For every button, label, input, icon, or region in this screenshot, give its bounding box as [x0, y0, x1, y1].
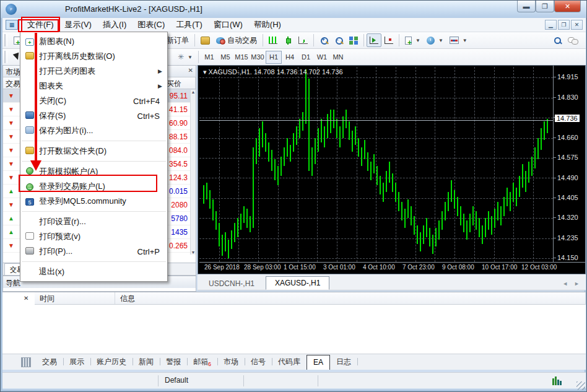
resize-grip[interactable] [576, 381, 585, 390]
price-bar [246, 209, 248, 228]
submenu-arrow-icon: ▶ [158, 83, 167, 89]
grid-line-v [415, 67, 416, 262]
zoom-in-button[interactable]: + [316, 33, 331, 47]
terminal-tab-交易[interactable]: 交易 [36, 354, 63, 370]
bar-chart-mode-button[interactable] [266, 33, 280, 47]
terminal-tab-信号[interactable]: 信号 [245, 354, 272, 370]
menu-item-1[interactable]: 显示(V) [59, 17, 97, 32]
price-axis[interactable]: 14.91514.83014.74514.66014.57514.49014.4… [553, 66, 585, 262]
close-button[interactable]: ✕ [554, 1, 581, 12]
price-bar [479, 218, 480, 237]
chart-window[interactable]: ▾ XAGUSD-,H1. 14.708 14.736 14.702 14.73… [198, 65, 586, 274]
menu-item-save-image-icon[interactable]: 保存为图片(i)... [20, 123, 167, 138]
periods-dropdown[interactable]: ▼ [424, 33, 446, 47]
mdi-minimize-button[interactable]: ▁ [545, 20, 557, 30]
minimize-button[interactable]: ▬ [517, 1, 536, 12]
price-bar [420, 232, 421, 251]
timeframe-d1[interactable]: D1 [298, 51, 314, 64]
virtual-hosting-icon[interactable] [21, 357, 31, 367]
menu-item-demo-account-icon[interactable]: 开新模拟帐户(A) [20, 164, 167, 179]
price-bar [531, 157, 533, 176]
buy-column-header[interactable]: 买价 [164, 77, 196, 89]
timeframe-m1[interactable]: M1 [201, 51, 217, 64]
timeframe-h4[interactable]: H4 [282, 51, 298, 64]
menu-item-data-folder-icon[interactable]: 打开数据文件夹(D) [20, 144, 167, 159]
menu-item-4[interactable]: 工具(T) [170, 17, 208, 32]
time-axis[interactable]: 26 Sep 201828 Sep 03:001 Oct 15:003 Oct … [199, 262, 585, 272]
price-bar [324, 126, 325, 147]
chart-plot-area[interactable] [199, 67, 553, 262]
menu-item-print-preview-icon[interactable]: 打印预览(v) [20, 229, 167, 244]
menu-item-打开已关闭图表[interactable]: 打开已关闭图表▶ [20, 64, 167, 79]
chart-symbol-header[interactable]: ▾ XAGUSD-,H1. 14.708 14.736 14.702 14.73… [203, 68, 343, 76]
drawing-tools-dropdown[interactable]: ✳▼ [175, 50, 196, 64]
terminal-tab-邮箱[interactable]: 邮箱6 [187, 354, 217, 370]
buy-price: 1435 [164, 228, 189, 237]
menu-item-login-account-icon[interactable]: →登录到交易账户(L) [20, 179, 167, 194]
search-button[interactable] [550, 33, 565, 47]
terminal-tab-代码库[interactable]: 代码库 [272, 354, 307, 370]
price-bar [333, 110, 334, 129]
menu-item-打印设置(r)...[interactable]: 打印设置(r)... [20, 214, 167, 229]
mdi-restore-button[interactable]: ❐ [558, 20, 570, 30]
menu-item-6[interactable]: 帮助(H) [248, 17, 287, 32]
autotrading-button[interactable]: 自动交易 [213, 33, 260, 47]
menu-shortcut: Ctrl+S [137, 111, 167, 121]
zoom-out-button[interactable]: - [331, 33, 346, 47]
timeframe-mn[interactable]: MN [330, 51, 346, 64]
menu-item-关闭(C)[interactable]: 关闭(C)Ctrl+F4 [20, 94, 167, 108]
chat-button[interactable] [565, 33, 581, 47]
indicators-dropdown[interactable]: ▼ [402, 33, 424, 47]
menu-item-2[interactable]: 插入(I) [97, 17, 132, 32]
buy-price: 354.5 [164, 160, 189, 168]
chart-tab-scroll-arrows[interactable]: ◄► [556, 281, 580, 290]
menu-shortcut: Ctrl+P [137, 247, 167, 256]
timeframe-h1[interactable]: H1 [266, 51, 282, 64]
status-profile[interactable]: Default [159, 375, 244, 386]
message-column-header[interactable]: 信息 [115, 292, 586, 304]
terminal-tab-市场[interactable]: 市场 [217, 354, 245, 370]
menu-file[interactable]: 文件(F) [22, 17, 59, 32]
menu-bar: ▦ 文件(F)显示(V)插入(I)图表(C)工具(T)窗口(W)帮助(H) [2, 18, 586, 32]
dom-icon [201, 37, 210, 45]
menu-item-5[interactable]: 窗口(W) [208, 17, 248, 32]
auto-scroll-button[interactable] [381, 33, 396, 47]
grid-line-v [454, 67, 455, 262]
terminal-tab-新闻[interactable]: 新闻 [133, 354, 160, 370]
mdi-close-button[interactable]: ✕ [571, 20, 583, 30]
menu-item-save-icon[interactable]: 保存(S)Ctrl+S [20, 108, 167, 123]
menu-item-new-chart-icon[interactable]: +新图表(N) [20, 34, 167, 49]
chart-shift-button[interactable] [367, 33, 381, 47]
templates-dropdown[interactable]: ▼ [446, 33, 471, 47]
menu-item-退出(x)[interactable]: 退出(x) [20, 264, 167, 279]
timeframe-w1[interactable]: W1 [314, 51, 330, 64]
price-bar [451, 180, 452, 201]
time-column-header[interactable]: 时间 [35, 292, 115, 304]
candlestick-mode-button[interactable] [280, 33, 295, 47]
terminal-tab-账户历史[interactable]: 账户历史 [90, 354, 133, 370]
terminal-close-icon[interactable]: ✕ [24, 295, 28, 302]
toolbar-grip[interactable] [4, 51, 7, 63]
timeframe-m5[interactable]: M5 [217, 51, 233, 64]
chart-tab-USDCNH-,H1[interactable]: USDCNH-,H1 [200, 277, 263, 290]
market-watch-close-icon[interactable]: ✕ [188, 67, 193, 76]
chart-tab-XAGUSD-,H1[interactable]: XAGUSD-,H1 [266, 276, 329, 290]
terminal-tab-EA[interactable]: EA [307, 355, 330, 370]
price-bar [547, 119, 548, 133]
timeframe-m15[interactable]: M15 [233, 51, 250, 64]
restore-button[interactable]: ❐ [536, 1, 554, 12]
terminal-tab-日志[interactable]: 日志 [330, 354, 357, 370]
toolbar-grip[interactable] [4, 34, 7, 46]
tile-windows-button[interactable] [346, 33, 361, 47]
menu-item-mql5-icon[interactable]: 5登录到MQL5.community [20, 194, 167, 209]
menu-item-print-icon[interactable]: 打印(P)...Ctrl+P [20, 244, 167, 259]
terminal-tab-警报[interactable]: 警报 [160, 354, 187, 370]
menu-item-3[interactable]: 图表(C) [132, 17, 170, 32]
timeframe-m30[interactable]: M30 [250, 51, 266, 64]
line-chart-mode-button[interactable] [295, 33, 311, 47]
menu-item-open-offline-icon[interactable]: 打开离线历史数据(O) [20, 49, 167, 64]
terminal-tab-展示[interactable]: 展示 [63, 354, 90, 370]
depth-of-market-button[interactable] [198, 33, 213, 47]
market-watch-scrollbar[interactable]: ▲▼ [190, 90, 196, 255]
menu-item-图表夹[interactable]: 图表夹▶ [20, 79, 167, 94]
